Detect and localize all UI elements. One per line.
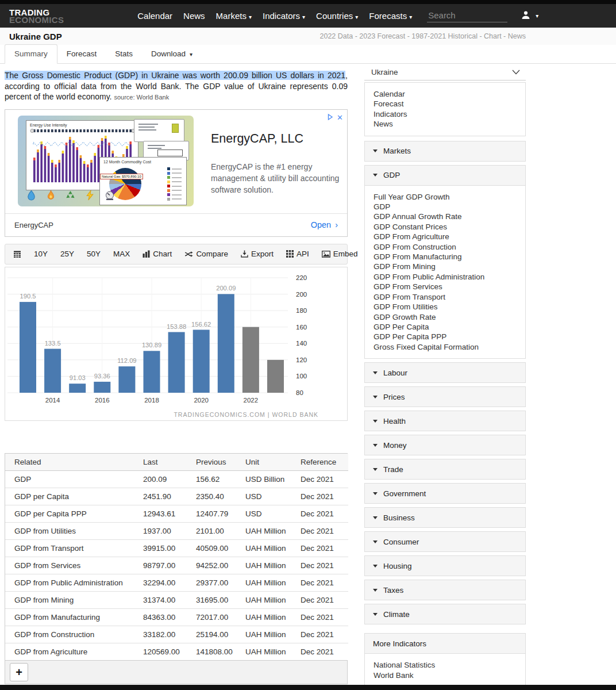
sidebar-section-header-housing[interactable]: Housing xyxy=(365,556,525,576)
search-input[interactable] xyxy=(427,9,507,22)
row-indicator-link[interactable]: GDP per Capita xyxy=(5,488,138,505)
sidebar-link-gdp-per-capita[interactable]: GDP Per Capita xyxy=(374,322,517,332)
sidebar-section-header-health[interactable]: Health xyxy=(365,411,525,431)
ad-creative-image[interactable]: Energy Use Intensity xyxy=(18,116,194,206)
sidebar-section-header-taxes[interactable]: Taxes xyxy=(365,580,525,600)
row-indicator-link[interactable]: GDP per Capita PPP xyxy=(5,505,138,522)
ad-pie-title: 12 Month Commodity Cost xyxy=(103,160,183,164)
row-indicator-link[interactable]: GDP from Mining xyxy=(5,591,138,608)
sidebar-section-header-consumer[interactable]: Consumer xyxy=(365,532,525,551)
row-cell: 98797.00 xyxy=(138,557,191,574)
sidebar-link-gdp-from-services[interactable]: GDP From Services xyxy=(374,282,517,292)
legend-swatch xyxy=(167,181,170,183)
sidebar-link-forecast[interactable]: Forecast xyxy=(374,99,517,109)
related-indicators-table: RelatedLastPreviousUnitReference GDP200.… xyxy=(5,453,348,684)
toolbar-25y-button[interactable]: 25Y xyxy=(54,244,80,264)
ad-open-button[interactable]: Open› xyxy=(311,220,338,229)
sidebar-section-header-labour[interactable]: Labour xyxy=(365,363,525,382)
row-indicator-link[interactable]: GDP from Construction xyxy=(5,626,138,643)
row-cell: Dec 2021 xyxy=(296,557,348,574)
ad-envelope-1 xyxy=(134,119,184,142)
section-label: Money xyxy=(383,441,407,450)
sidebar-section-header-prices[interactable]: Prices xyxy=(365,387,525,407)
toolbar-embed-button[interactable]: Embed xyxy=(315,244,364,264)
nav-item-forecasts[interactable]: Forecasts▾ xyxy=(369,11,412,21)
table-header-reference: Reference xyxy=(296,454,348,471)
row-indicator-link[interactable]: GDP from Utilities xyxy=(5,522,138,539)
toolbar-calendar-button[interactable] xyxy=(7,244,28,264)
nav-item-indicators[interactable]: Indicators▾ xyxy=(263,11,305,21)
sidebar-link-gdp[interactable]: GDP xyxy=(374,202,517,212)
sidebar-section-business: Business xyxy=(364,507,526,528)
ad-utility-icons xyxy=(26,190,116,203)
toolbar-api-button[interactable]: API xyxy=(280,244,315,264)
add-indicator-button[interactable]: + xyxy=(10,663,28,681)
tab-download[interactable]: Download ▾ xyxy=(142,45,202,63)
toolbar-export-button[interactable]: Export xyxy=(234,244,280,264)
ad-mini-chart-title: Energy Use Intensity xyxy=(30,123,134,127)
sidebar-section-header-trade[interactable]: Trade xyxy=(365,459,525,479)
tab-forecast[interactable]: Forecast xyxy=(57,45,106,63)
sidebar-link-national-statistics[interactable]: National Statistics xyxy=(374,660,517,670)
ad-advertiser-name[interactable]: EnergyCAP, LLC xyxy=(211,132,346,146)
nav-item-calendar[interactable]: Calendar xyxy=(137,11,172,21)
toolbar-10y-button[interactable]: 10Y xyxy=(28,244,54,264)
tab-summary[interactable]: Summary xyxy=(5,44,57,64)
page-meta-links[interactable]: 2022 Data - 2023 Forecast - 1987-2021 Hi… xyxy=(320,32,526,40)
sidebar-section-header-money[interactable]: Money xyxy=(365,435,525,455)
sidebar-link-gdp-from-agriculture[interactable]: GDP From Agriculture xyxy=(374,232,517,241)
svg-text:2016: 2016 xyxy=(95,397,110,404)
sidebar-link-gross-fixed-capital-formation[interactable]: Gross Fixed Capital Formation xyxy=(374,342,517,352)
flame-icon xyxy=(45,190,56,203)
caret-down-icon xyxy=(373,371,378,374)
row-indicator-link[interactable]: GDP from Public Administration xyxy=(5,574,138,591)
toolbar-compare-button[interactable]: Compare xyxy=(178,244,234,264)
country-select[interactable]: Ukraine xyxy=(364,64,526,80)
row-indicator-link[interactable]: GDP from Transport xyxy=(5,539,138,557)
sidebar-section-header-markets[interactable]: Markets xyxy=(365,141,525,161)
sidebar-link-gdp-from-mining[interactable]: GDP From Mining xyxy=(374,262,517,271)
chevron-down-icon xyxy=(512,70,520,75)
sidebar-section-header-government[interactable]: Government xyxy=(365,484,525,503)
sidebar-link-calendar[interactable]: Calendar xyxy=(374,89,517,99)
sidebar-link-gdp-from-manufacturing[interactable]: GDP From Manufacturing xyxy=(374,252,517,262)
sidebar-link-gdp-constant-prices[interactable]: GDP Constant Prices xyxy=(374,222,517,232)
row-indicator-link[interactable]: GDP xyxy=(5,470,138,488)
nav-item-news[interactable]: News xyxy=(183,11,205,21)
sidebar-section-header-climate[interactable]: Climate xyxy=(365,604,525,624)
row-indicator-link[interactable]: GDP from Manufacturing xyxy=(5,608,138,626)
embed-icon xyxy=(322,251,330,258)
legend-swatch xyxy=(167,193,170,196)
sidebar-link-full-year-gdp-growth[interactable]: Full Year GDP Growth xyxy=(374,192,517,202)
sidebar-link-world-bank[interactable]: World Bank xyxy=(374,670,517,680)
sidebar-link-gdp-growth-rate[interactable]: GDP Growth Rate xyxy=(374,312,517,322)
row-cell: Dec 2021 xyxy=(296,488,348,505)
toolbar-chart-button[interactable]: Chart xyxy=(136,244,178,264)
sidebar-link-news[interactable]: News xyxy=(374,119,517,129)
toolbar-50y-button[interactable]: 50Y xyxy=(80,244,107,264)
sidebar-section-header-business[interactable]: Business xyxy=(365,508,525,527)
toolbar-label: 10Y xyxy=(34,250,48,258)
nav-item-markets[interactable]: Markets▾ xyxy=(216,11,252,21)
sidebar-link-gdp-from-public-administration[interactable]: GDP From Public Administration xyxy=(374,272,517,282)
sidebar-section-header-gdp[interactable]: GDP xyxy=(365,166,525,185)
nav-item-countries[interactable]: Countries▾ xyxy=(316,11,358,21)
toolbar-max-button[interactable]: MAX xyxy=(107,244,136,264)
bar-2013 xyxy=(20,302,36,393)
ad-brand-label[interactable]: EnergyCAP xyxy=(14,221,53,229)
row-indicator-link[interactable]: GDP from Agriculture xyxy=(5,643,138,660)
user-menu[interactable]: ▾ xyxy=(521,10,538,22)
sidebar-link-gdp-from-transport[interactable]: GDP From Transport xyxy=(374,292,517,302)
adchoices-icon[interactable] xyxy=(327,113,334,123)
sidebar-link-indicators[interactable]: Indicators xyxy=(374,109,517,119)
trading-economics-logo[interactable]: TRADING ECONOMICS xyxy=(9,9,64,24)
row-cell: Dec 2021 xyxy=(296,626,348,643)
sidebar-link-gdp-per-capita-ppp[interactable]: GDP Per Capita PPP xyxy=(374,332,517,342)
tab-stats[interactable]: Stats xyxy=(106,45,142,63)
sidebar-link-gdp-annual-growth-rate[interactable]: GDP Annual Growth Rate xyxy=(374,212,517,221)
row-indicator-link[interactable]: GDP from Services xyxy=(5,557,138,574)
sidebar-link-gdp-from-construction[interactable]: GDP From Construction xyxy=(374,242,517,252)
sidebar-link-gdp-from-utilities[interactable]: GDP From Utilities xyxy=(374,302,517,312)
section-label: Markets xyxy=(383,147,411,155)
ad-close-icon[interactable]: ✕ xyxy=(337,114,343,121)
